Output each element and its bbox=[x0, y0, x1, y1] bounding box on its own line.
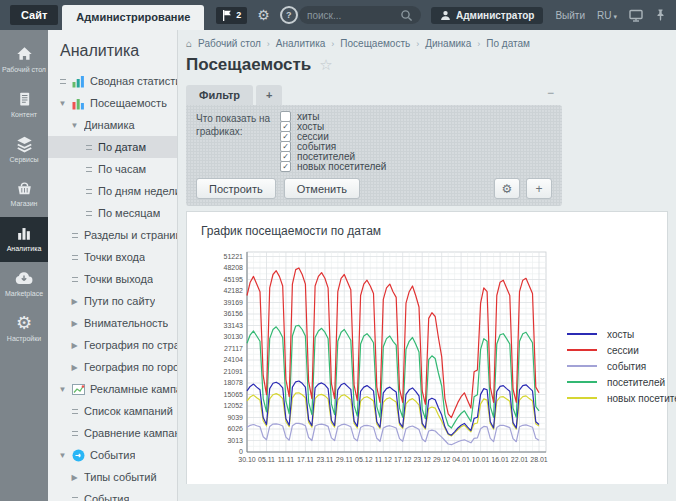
help-icon[interactable]: ? bbox=[280, 6, 298, 24]
rail-item-label: Рабочий стол bbox=[2, 66, 46, 75]
sidebar-item-12[interactable]: ▶География по странам bbox=[48, 334, 177, 356]
breadcrumb-separator: › bbox=[477, 39, 480, 49]
lang-label: RU bbox=[597, 10, 611, 21]
sidebar-item-3[interactable]: По датам bbox=[48, 136, 177, 158]
checkbox-icon[interactable]: ✓ bbox=[280, 161, 291, 172]
expand-down-icon[interactable]: ▼ bbox=[58, 99, 67, 108]
rail-item-1[interactable]: Контент bbox=[0, 83, 48, 128]
sidebar-item-label: География по странам bbox=[84, 339, 177, 351]
cancel-button[interactable]: Отменить bbox=[284, 178, 360, 199]
left-rail: Рабочий столКонтентСервисыМагазинАналити… bbox=[0, 30, 48, 501]
sidebar-item-15[interactable]: Список кампаний bbox=[48, 400, 177, 422]
filter-add-button[interactable]: + bbox=[526, 178, 552, 199]
build-button[interactable]: Построить bbox=[196, 178, 276, 199]
rail-item-3[interactable]: Магазин bbox=[0, 172, 48, 217]
breadcrumb-item-0[interactable]: Рабочий стол bbox=[198, 38, 261, 49]
sidebar-item-7[interactable]: Разделы и страницы bbox=[48, 224, 177, 246]
bullet-icon bbox=[84, 145, 93, 150]
sidebar-item-0[interactable]: Сводная статистика bbox=[48, 70, 177, 92]
admin-tab[interactable]: Администрирование bbox=[62, 5, 204, 30]
expand-right-icon[interactable]: ▶ bbox=[70, 319, 79, 328]
sidebar-item-2[interactable]: ▼Динамика bbox=[48, 114, 177, 136]
checkbox-row-0[interactable]: хиты bbox=[280, 111, 386, 121]
breadcrumb-item-3[interactable]: Динамика bbox=[425, 38, 471, 49]
rail-item-4[interactable]: Аналитика bbox=[0, 217, 48, 262]
search-input[interactable]: поиск... bbox=[307, 10, 400, 21]
sidebar-item-9[interactable]: Точки выхода bbox=[48, 268, 177, 290]
sidebar-item-4[interactable]: По часам bbox=[48, 158, 177, 180]
expand-right-icon[interactable]: ▶ bbox=[70, 473, 79, 482]
filter-settings-button[interactable]: ⚙ bbox=[494, 178, 520, 199]
sidebar-item-19[interactable]: События bbox=[48, 488, 177, 501]
search-icon[interactable] bbox=[400, 9, 413, 22]
sidebar-item-16[interactable]: Сравнение кампаний bbox=[48, 422, 177, 444]
breadcrumb: ⌂Рабочий стол›Аналитика›Посещаемость›Дин… bbox=[186, 38, 668, 49]
expand-down-icon[interactable]: ▼ bbox=[58, 451, 67, 460]
rail-item-label: Аналитика bbox=[7, 245, 42, 254]
collapse-filter-button[interactable]: − bbox=[547, 86, 554, 100]
legend-label: хосты bbox=[607, 329, 634, 340]
checkbox-icon[interactable] bbox=[280, 111, 291, 122]
star-icon[interactable]: ☆ bbox=[319, 56, 332, 74]
checkbox-row-4[interactable]: ✓посетителей bbox=[280, 151, 386, 161]
expand-down-icon[interactable]: ▼ bbox=[70, 121, 79, 130]
breadcrumb-item-1[interactable]: Аналитика bbox=[276, 38, 326, 49]
breadcrumb-item-2[interactable]: Посещаемость bbox=[340, 38, 410, 49]
sidebar-item-6[interactable]: По месяцам bbox=[48, 202, 177, 224]
lang-select[interactable]: RU▾ bbox=[597, 10, 617, 21]
sidebar-item-17[interactable]: ▼События bbox=[48, 444, 177, 466]
checkbox-row-1[interactable]: ✓хосты bbox=[280, 121, 386, 131]
checkbox-icon[interactable]: ✓ bbox=[280, 131, 291, 142]
rail-item-0[interactable]: Рабочий стол bbox=[0, 38, 48, 83]
breadcrumb-item-4[interactable]: По датам bbox=[486, 38, 530, 49]
sidebar-item-10[interactable]: ▶Пути по сайту bbox=[48, 290, 177, 312]
svg-text:9039: 9039 bbox=[227, 414, 243, 421]
rail-item-2[interactable]: Сервисы bbox=[0, 128, 48, 173]
bullet-icon bbox=[58, 79, 67, 84]
basket-icon bbox=[15, 179, 34, 197]
expand-down-icon[interactable]: ▼ bbox=[58, 385, 67, 394]
rail-item-6[interactable]: ⚙Настройки bbox=[0, 307, 48, 352]
pin-icon[interactable] bbox=[655, 9, 666, 22]
checkbox-icon[interactable]: ✓ bbox=[280, 151, 291, 162]
expand-right-icon[interactable]: ▶ bbox=[70, 363, 79, 372]
site-tab[interactable]: Сайт bbox=[10, 5, 58, 25]
sidebar-item-18[interactable]: ▶Типы событий bbox=[48, 466, 177, 488]
home-icon[interactable]: ⌂ bbox=[186, 38, 192, 49]
sidebar-item-1[interactable]: ▼Посещаемость bbox=[48, 92, 177, 114]
svg-text:05.11: 05.11 bbox=[258, 456, 275, 463]
user-button[interactable]: Администратор bbox=[431, 7, 543, 24]
monitor-icon[interactable] bbox=[629, 9, 643, 22]
sidebar-tree: Сводная статистика▼Посещаемость▼Динамика… bbox=[48, 70, 177, 501]
checkbox-icon[interactable]: ✓ bbox=[280, 121, 291, 132]
search-box[interactable]: поиск... bbox=[299, 6, 421, 24]
sidebar-item-11[interactable]: ▶Внимательность bbox=[48, 312, 177, 334]
svg-text:27117: 27117 bbox=[224, 345, 243, 352]
sidebar-item-14[interactable]: ▼Рекламные кампании bbox=[48, 378, 177, 400]
visits-chart: 0301360269039120521506518078210912410427… bbox=[201, 246, 553, 486]
sidebar-item-label: Разделы и страницы bbox=[84, 229, 177, 241]
checkbox-row-2[interactable]: ✓сессии bbox=[280, 131, 386, 141]
add-filter-tab[interactable]: + bbox=[256, 85, 282, 105]
checkbox-row-3[interactable]: ✓события bbox=[280, 141, 386, 151]
sidebar-item-8[interactable]: Точки входа bbox=[48, 246, 177, 268]
checkbox-row-5[interactable]: ✓новых посетителей bbox=[280, 161, 386, 171]
legend-label: посетителей bbox=[607, 377, 665, 388]
sidebar: Аналитика Сводная статистика▼Посещаемост… bbox=[48, 30, 178, 501]
flag-icon bbox=[222, 10, 232, 21]
bullet-icon bbox=[84, 189, 93, 194]
expand-right-icon[interactable]: ▶ bbox=[70, 297, 79, 306]
sidebar-item-13[interactable]: ▶География по городам bbox=[48, 356, 177, 378]
filter-tab[interactable]: Фильтр bbox=[186, 85, 253, 105]
rail-item-5[interactable]: Marketplace bbox=[0, 262, 48, 307]
checkbox-icon[interactable]: ✓ bbox=[280, 141, 291, 152]
svg-text:17.12: 17.12 bbox=[394, 456, 412, 463]
gear-icon[interactable]: ⚙ bbox=[257, 7, 270, 23]
svg-text:33143: 33143 bbox=[224, 322, 244, 329]
logout-link[interactable]: Выйти bbox=[555, 10, 585, 21]
notifications-button[interactable]: 2 bbox=[216, 7, 247, 24]
expand-right-icon[interactable]: ▶ bbox=[70, 341, 79, 350]
chevron-down-icon: ▾ bbox=[613, 13, 617, 20]
sidebar-item-5[interactable]: По дням недели bbox=[48, 180, 177, 202]
svg-text:45195: 45195 bbox=[224, 276, 244, 283]
